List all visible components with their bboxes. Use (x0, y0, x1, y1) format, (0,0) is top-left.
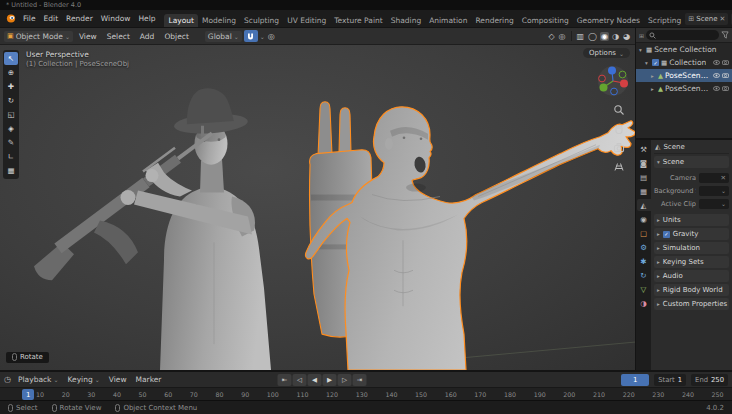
frame-tick[interactable]: 200 (563, 391, 575, 398)
perspective-toggle-icon[interactable] (613, 161, 625, 173)
menu-file[interactable]: File (19, 13, 40, 24)
frame-tick[interactable]: 10 (36, 391, 44, 398)
tab-compositing[interactable]: Compositing (518, 14, 573, 27)
frame-tick[interactable]: 100 (267, 391, 279, 398)
collection-checkbox[interactable]: ✓ (652, 59, 659, 66)
disclosure-icon[interactable]: ▸ (651, 86, 656, 92)
menu-playback[interactable]: Playback ⌄ (14, 374, 63, 385)
frame-tick[interactable]: 60 (164, 391, 172, 398)
tool-rotate[interactable]: ↻ (4, 94, 18, 107)
render-camera-icon[interactable] (722, 60, 729, 65)
panel-units[interactable]: ▸ Units (654, 214, 729, 226)
end-frame-field[interactable]: End 250 (691, 374, 728, 386)
frame-tick[interactable]: 50 (139, 391, 147, 398)
panel-gravity[interactable]: ▸ ✓ Gravity (654, 228, 729, 240)
selected-figure-mesh[interactable] (306, 107, 635, 370)
tool-measure[interactable]: ∟ (4, 150, 18, 163)
outliner-row-posesceneobj-001[interactable]: ▸ ▲ PoseSceneObj.001 (636, 82, 732, 95)
snap-options-dropdown[interactable]: ⌄ (260, 33, 265, 40)
tab-uv-editing[interactable]: UV Editing (283, 14, 330, 27)
tab-shading[interactable]: Shading (387, 14, 425, 27)
frame-tick[interactable]: 20 (62, 391, 70, 398)
scene-selector[interactable]: ⊞ Scene ✕ (685, 13, 728, 25)
active-clip-field[interactable]: ⌄ (699, 199, 729, 209)
frame-tick[interactable]: 90 (241, 391, 249, 398)
frame-tick[interactable]: 250 (712, 391, 724, 398)
tool-cursor[interactable]: ⊕ (4, 66, 18, 79)
tab-material[interactable]: ◑ (637, 297, 651, 309)
jump-to-start-button[interactable]: ⇤ (278, 374, 292, 386)
menu-window[interactable]: Window (97, 13, 135, 24)
outliner-search-input[interactable] (646, 30, 719, 40)
pan-hand-icon[interactable] (613, 123, 625, 135)
tool-select-box[interactable]: ↖ (4, 52, 18, 65)
menu-add[interactable]: Add (136, 31, 159, 42)
tab-geometry-nodes[interactable]: Geometry Nodes (573, 14, 644, 27)
tab-scripting[interactable]: Scripting (644, 14, 685, 27)
xray-toggle[interactable]: ▥ (576, 32, 586, 41)
tab-physics[interactable]: ↻ (637, 269, 651, 281)
gizmos-toggle[interactable]: ◇ (547, 32, 555, 41)
frame-tick[interactable]: 220 (623, 391, 635, 398)
frame-tick[interactable]: 160 (445, 391, 457, 398)
frame-tick[interactable]: 230 (652, 391, 664, 398)
frame-tick[interactable]: 130 (356, 391, 368, 398)
camera-field[interactable]: ✕ (699, 173, 729, 183)
panel-simulation[interactable]: ▸ Simulation (654, 242, 729, 254)
menu-help[interactable]: Help (134, 13, 159, 24)
options-button[interactable]: Options ⌄ (583, 48, 630, 58)
tool-transform[interactable]: ◈ (4, 122, 18, 135)
scene-unlink-icon[interactable]: ✕ (720, 15, 726, 23)
panel-custom-properties[interactable]: ▸ Custom Properties (654, 298, 729, 310)
render-camera-icon[interactable] (722, 73, 729, 78)
hide-eye-icon[interactable] (713, 73, 720, 78)
shading-material-button[interactable]: ◑ (611, 32, 620, 41)
panel-scene-header[interactable]: ▾ Scene (654, 156, 729, 168)
menu-render[interactable]: Render (62, 13, 97, 24)
tab-modeling[interactable]: Modeling (198, 14, 240, 27)
frame-tick[interactable]: 170 (474, 391, 486, 398)
tab-world[interactable]: ◉ (637, 213, 651, 225)
play-button[interactable]: ▶ (323, 374, 337, 386)
frame-tick[interactable]: 30 (87, 391, 95, 398)
render-camera-icon[interactable] (722, 86, 729, 91)
disclosure-icon[interactable]: ▸ (651, 73, 656, 79)
snap-magnet-toggle[interactable] (244, 30, 258, 42)
panel-rigid-body-world[interactable]: ▸ Rigid Body World (654, 284, 729, 296)
tab-particles[interactable]: ✱ (637, 255, 651, 267)
mode-selector[interactable]: ▣ Object Mode ⌄ (4, 31, 73, 42)
clear-icon[interactable]: ✕ (721, 174, 726, 182)
blender-logo-icon[interactable] (5, 14, 17, 23)
frame-tick[interactable]: 190 (534, 391, 546, 398)
tab-view-layer[interactable]: ▦ (637, 185, 651, 197)
tab-render[interactable]: ◙ (637, 157, 651, 169)
gravity-checkbox[interactable]: ✓ (663, 231, 670, 238)
frame-tick[interactable]: 110 (296, 391, 308, 398)
viewport-canvas[interactable] (0, 45, 635, 370)
current-frame-field[interactable]: 1 (621, 374, 649, 386)
disclosure-icon[interactable]: ▾ (639, 47, 644, 53)
navigation-gizmo[interactable] (597, 65, 629, 99)
proportional-edit-toggle[interactable]: ◎ (267, 32, 276, 41)
editor-type-icon[interactable]: ⊞ (639, 32, 644, 39)
jump-to-end-button[interactable]: ⇥ (353, 374, 367, 386)
next-keyframe-button[interactable]: ▷ (338, 374, 352, 386)
frame-tick[interactable]: 120 (326, 391, 338, 398)
background-scene-field[interactable]: ⌄ (699, 186, 729, 196)
shading-rendered-button[interactable]: ◕ (622, 32, 631, 41)
menu-keying[interactable]: Keying ⌄ (63, 374, 103, 385)
hat-figure-mesh[interactable] (34, 86, 271, 370)
tool-add-cube[interactable]: ▦ (4, 164, 18, 177)
tab-modifiers[interactable]: ⚙ (637, 241, 651, 253)
frame-tick[interactable]: 80 (215, 391, 223, 398)
shading-wireframe-button[interactable]: ◯ (587, 32, 598, 41)
tab-rendering[interactable]: Rendering (471, 14, 517, 27)
menu-object[interactable]: Object (160, 31, 192, 42)
frame-tick[interactable]: 240 (682, 391, 694, 398)
tool-move[interactable]: ✚ (4, 80, 18, 93)
transform-orientation-selector[interactable]: Global ⌄ (205, 31, 242, 42)
tab-texture-paint[interactable]: Texture Paint (330, 14, 386, 27)
timeline-editor-icon[interactable]: ◷ (4, 375, 11, 384)
3d-viewport[interactable]: ↖ ⊕ ✚ ↻ ◱ ◈ ✎ ∟ ▦ User Perspective (1) C… (0, 45, 635, 370)
prev-keyframe-button[interactable]: ◁ (293, 374, 307, 386)
